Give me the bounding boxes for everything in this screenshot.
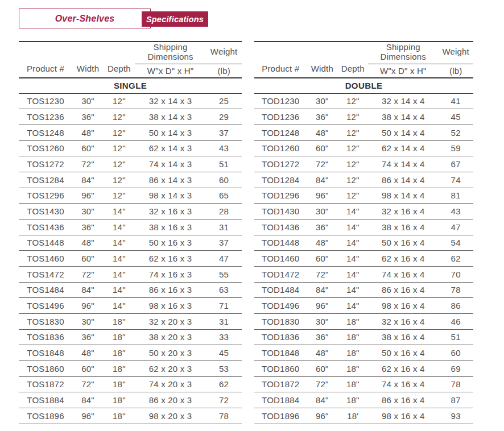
cell-shipping-dimensions: 98 x 20 x 3 [135, 411, 206, 421]
cell-shipping-dimensions: 86 x 16 x 4 [368, 285, 438, 295]
cell-width: 36" [307, 112, 337, 122]
cell-product-number: TOD1472 [254, 270, 307, 279]
cell-width: 96" [72, 411, 104, 421]
table-row: TOD148484"14"86 x 16 x 478 [254, 283, 473, 299]
category-title: Over-Shelves [55, 14, 115, 24]
cell-weight: 33 [206, 332, 242, 342]
cell-weight: 60 [206, 175, 242, 185]
cell-width: 72" [72, 159, 104, 169]
column-header-width: Width [72, 42, 104, 77]
cell-width: 72" [72, 270, 104, 279]
section-title-single: SINGLE [19, 78, 242, 94]
cell-depth: 14" [104, 206, 135, 216]
cell-weight: 43 [206, 143, 242, 153]
cell-depth: 18" [104, 411, 135, 421]
cell-weight: 31 [206, 317, 242, 326]
cell-shipping-dimensions: 38 x 16 x 4 [368, 332, 438, 342]
cell-weight: 54 [438, 238, 473, 247]
cell-product-number: TOS1236 [19, 112, 72, 122]
cell-depth: 12" [337, 159, 368, 169]
column-header-depth: Depth [337, 42, 368, 77]
cell-weight: 25 [206, 96, 242, 106]
cell-depth: 12" [104, 96, 135, 106]
cell-width: 48" [72, 348, 104, 358]
cell-shipping-dimensions: 62 x 16 x 3 [135, 254, 206, 263]
cell-width: 48" [72, 238, 104, 247]
cell-shipping-dimensions: 86 x 16 x 3 [135, 285, 206, 295]
cell-product-number: TOS1848 [19, 348, 72, 358]
column-header-product: Product # [19, 42, 72, 77]
cell-product-number: TOD1848 [254, 348, 307, 358]
cell-shipping-dimensions: 32 x 14 x 4 [368, 96, 438, 106]
cell-width: 96" [307, 301, 337, 310]
cell-depth: 18" [104, 348, 135, 358]
table-row: TOS189696"18"98 x 20 x 378 [19, 408, 242, 424]
table-row: TOD188484"18"86 x 16 x 487 [254, 392, 473, 408]
cell-depth: 14" [337, 285, 368, 295]
cell-product-number: TOS1248 [19, 128, 72, 138]
single-table-body: TOS123030"12"32 x 14 x 325TOS123636"12"3… [19, 94, 242, 424]
cell-depth: 18" [104, 395, 135, 405]
cell-depth: 14" [104, 238, 135, 247]
cell-depth: 12" [104, 112, 135, 122]
cell-shipping-dimensions: 86 x 20 x 3 [135, 395, 206, 405]
cell-shipping-dimensions: 74 x 20 x 3 [135, 379, 206, 389]
cell-weight: 71 [206, 301, 242, 310]
cell-width: 48" [307, 128, 337, 138]
cell-width: 84" [307, 395, 337, 405]
cell-product-number: TOS1448 [19, 238, 72, 247]
cell-shipping-dimensions: 38 x 14 x 4 [368, 112, 438, 122]
table-row: TOD147272"14"74 x 16 x 470 [254, 267, 473, 283]
cell-width: 36" [307, 222, 337, 232]
cell-weight: 78 [438, 379, 473, 389]
table-row: TOS123030"12"32 x 14 x 325 [19, 94, 242, 110]
cell-width: 36" [307, 332, 337, 342]
cell-width: 36" [72, 112, 104, 122]
cell-width: 36" [72, 222, 104, 232]
cell-weight: 29 [206, 112, 242, 122]
table-row: TOS144848"14"50 x 16 x 337 [19, 235, 242, 251]
cell-weight: 62 [438, 254, 473, 263]
table-row: TOD183030"18"32 x 16 x 446 [254, 314, 473, 330]
cell-depth: 18" [337, 395, 368, 405]
table-row: TOD143030"14"32 x 16 x 443 [254, 204, 473, 219]
table-row: TOD183636"18"38 x 16 x 451 [254, 330, 473, 346]
column-header-weight: Weight [206, 42, 242, 64]
table-row: TOS143636"14"38 x 16 x 331 [19, 219, 242, 235]
table-header: Product # Width Depth Shipping Dimension… [254, 42, 473, 78]
cell-depth: 12" [337, 175, 368, 185]
single-spec-table: Product # Width Depth Shipping Dimension… [19, 41, 242, 424]
cell-weight: 60 [438, 348, 473, 358]
cell-weight: 67 [438, 159, 473, 169]
cell-product-number: TOD1284 [254, 175, 307, 185]
cell-width: 60" [72, 143, 104, 153]
cell-depth: 12" [337, 143, 368, 153]
cell-weight: 41 [438, 96, 473, 106]
table-row: TOS184848"18"50 x 20 x 345 [19, 345, 242, 361]
cell-weight: 59 [438, 143, 473, 153]
cell-shipping-dimensions: 32 x 16 x 4 [368, 206, 438, 216]
cell-width: 60" [72, 254, 104, 263]
cell-depth: 12" [104, 190, 135, 200]
table-row: TOS129696"12"98 x 14 x 365 [19, 188, 242, 204]
cell-width: 96" [72, 190, 104, 200]
table-row: TOD144848"14"50 x 16 x 454 [254, 235, 473, 251]
cell-shipping-dimensions: 32 x 16 x 3 [135, 206, 206, 216]
cell-product-number: TOD1460 [254, 254, 307, 263]
cell-shipping-dimensions: 62 x 16 x 4 [368, 364, 438, 374]
cell-weight: 93 [438, 411, 473, 421]
cell-product-number: TOD1236 [254, 112, 307, 122]
cell-weight: 45 [438, 112, 473, 122]
column-header-product: Product # [254, 42, 307, 77]
cell-product-number: TOS1496 [19, 301, 72, 310]
cell-width: 72" [307, 379, 337, 389]
table-row: TOS123636"12"38 x 14 x 329 [19, 109, 242, 125]
cell-shipping-dimensions: 62 x 14 x 3 [135, 143, 206, 153]
cell-product-number: TOD1436 [254, 222, 307, 232]
table-row: TOS148484"14"86 x 16 x 363 [19, 283, 242, 299]
table-row: TOS143030"14"32 x 16 x 328 [19, 204, 242, 219]
cell-shipping-dimensions: 32 x 20 x 3 [135, 317, 206, 326]
cell-weight: 37 [206, 238, 242, 247]
cell-product-number: TOS1230 [19, 96, 72, 106]
table-row: TOS149696"14"98 x 16 x 371 [19, 298, 242, 314]
